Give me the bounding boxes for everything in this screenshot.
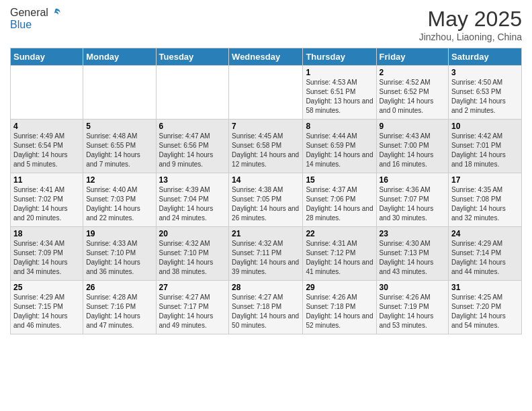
day-number: 29	[306, 283, 373, 292]
day-number: 16	[380, 175, 446, 185]
weekday-header-wednesday: Wednesday	[229, 48, 303, 66]
day-info: Sunrise: 4:33 AMSunset: 7:10 PMDaylight:…	[86, 239, 152, 277]
day-cell: 25Sunrise: 4:29 AMSunset: 7:15 PMDayligh…	[11, 281, 83, 334]
calendar-table: SundayMondayTuesdayWednesdayThursdayFrid…	[10, 48, 522, 334]
day-number: 8	[306, 122, 373, 131]
day-number: 23	[380, 229, 446, 238]
day-cell: 3Sunrise: 4:50 AMSunset: 6:53 PMDaylight…	[449, 66, 522, 120]
month-title: May 2025	[419, 7, 522, 32]
logo-blue-text: Blue	[10, 19, 62, 31]
day-cell	[229, 66, 303, 120]
day-number: 25	[13, 283, 80, 292]
day-info: Sunrise: 4:52 AMSunset: 6:52 PMDaylight:…	[380, 78, 446, 116]
week-row-1: 1Sunrise: 4:53 AMSunset: 6:51 PMDaylight…	[11, 66, 522, 120]
day-cell: 6Sunrise: 4:47 AMSunset: 6:56 PMDaylight…	[156, 120, 229, 173]
weekday-header-sunday: Sunday	[11, 48, 83, 66]
day-cell: 16Sunrise: 4:36 AMSunset: 7:07 PMDayligh…	[376, 173, 449, 227]
day-cell: 28Sunrise: 4:27 AMSunset: 7:18 PMDayligh…	[229, 281, 303, 334]
day-info: Sunrise: 4:30 AMSunset: 7:13 PMDaylight:…	[380, 239, 446, 277]
day-info: Sunrise: 4:32 AMSunset: 7:10 PMDaylight:…	[159, 239, 226, 277]
day-cell: 9Sunrise: 4:43 AMSunset: 7:00 PMDaylight…	[376, 120, 449, 173]
title-block: May 2025 Jinzhou, Liaoning, China	[419, 7, 522, 42]
day-info: Sunrise: 4:38 AMSunset: 7:05 PMDaylight:…	[232, 185, 300, 223]
day-cell: 7Sunrise: 4:45 AMSunset: 6:58 PMDaylight…	[229, 120, 303, 173]
day-cell: 21Sunrise: 4:32 AMSunset: 7:11 PMDayligh…	[229, 227, 303, 281]
day-number: 15	[306, 175, 373, 185]
day-info: Sunrise: 4:37 AMSunset: 7:06 PMDaylight:…	[306, 185, 373, 223]
day-info: Sunrise: 4:40 AMSunset: 7:03 PMDaylight:…	[86, 185, 152, 223]
day-info: Sunrise: 4:31 AMSunset: 7:12 PMDaylight:…	[306, 239, 373, 277]
day-cell: 26Sunrise: 4:28 AMSunset: 7:16 PMDayligh…	[83, 281, 156, 334]
week-row-2: 4Sunrise: 4:49 AMSunset: 6:54 PMDaylight…	[11, 120, 522, 173]
day-cell: 13Sunrise: 4:39 AMSunset: 7:04 PMDayligh…	[156, 173, 229, 227]
day-number: 2	[380, 68, 446, 77]
day-info: Sunrise: 4:28 AMSunset: 7:16 PMDaylight:…	[86, 293, 152, 330]
week-row-5: 25Sunrise: 4:29 AMSunset: 7:15 PMDayligh…	[11, 281, 522, 334]
day-number: 6	[159, 122, 226, 131]
day-cell: 18Sunrise: 4:34 AMSunset: 7:09 PMDayligh…	[11, 227, 83, 281]
day-number: 31	[451, 283, 519, 292]
day-number: 7	[232, 122, 300, 131]
day-number: 17	[451, 175, 519, 185]
day-cell: 30Sunrise: 4:26 AMSunset: 7:19 PMDayligh…	[376, 281, 449, 334]
day-info: Sunrise: 4:27 AMSunset: 7:18 PMDaylight:…	[232, 293, 300, 330]
day-number: 5	[86, 122, 152, 131]
day-info: Sunrise: 4:53 AMSunset: 6:51 PMDaylight:…	[306, 78, 373, 116]
day-number: 30	[380, 283, 446, 292]
logo-general-text: General	[10, 7, 48, 19]
day-number: 3	[451, 68, 519, 77]
day-cell: 31Sunrise: 4:25 AMSunset: 7:20 PMDayligh…	[449, 281, 522, 334]
day-cell: 22Sunrise: 4:31 AMSunset: 7:12 PMDayligh…	[303, 227, 376, 281]
day-info: Sunrise: 4:45 AMSunset: 6:58 PMDaylight:…	[232, 132, 300, 169]
day-number: 26	[86, 283, 152, 292]
day-number: 12	[86, 175, 152, 185]
day-info: Sunrise: 4:44 AMSunset: 6:59 PMDaylight:…	[306, 132, 373, 169]
day-cell: 4Sunrise: 4:49 AMSunset: 6:54 PMDaylight…	[11, 120, 83, 173]
day-cell: 23Sunrise: 4:30 AMSunset: 7:13 PMDayligh…	[376, 227, 449, 281]
day-cell: 15Sunrise: 4:37 AMSunset: 7:06 PMDayligh…	[303, 173, 376, 227]
day-cell: 14Sunrise: 4:38 AMSunset: 7:05 PMDayligh…	[229, 173, 303, 227]
day-cell: 12Sunrise: 4:40 AMSunset: 7:03 PMDayligh…	[83, 173, 156, 227]
day-number: 9	[380, 122, 446, 131]
weekday-header-thursday: Thursday	[303, 48, 376, 66]
day-info: Sunrise: 4:47 AMSunset: 6:56 PMDaylight:…	[159, 132, 226, 169]
logo: General Blue	[10, 7, 62, 31]
week-row-3: 11Sunrise: 4:41 AMSunset: 7:02 PMDayligh…	[11, 173, 522, 227]
day-info: Sunrise: 4:35 AMSunset: 7:08 PMDaylight:…	[451, 185, 519, 223]
day-info: Sunrise: 4:29 AMSunset: 7:14 PMDaylight:…	[451, 239, 519, 277]
day-cell: 10Sunrise: 4:42 AMSunset: 7:01 PMDayligh…	[449, 120, 522, 173]
day-info: Sunrise: 4:48 AMSunset: 6:55 PMDaylight:…	[86, 132, 152, 169]
day-number: 27	[159, 283, 226, 292]
weekday-header-tuesday: Tuesday	[156, 48, 229, 66]
day-number: 14	[232, 175, 300, 185]
day-info: Sunrise: 4:36 AMSunset: 7:07 PMDaylight:…	[380, 185, 446, 223]
day-info: Sunrise: 4:27 AMSunset: 7:17 PMDaylight:…	[159, 293, 226, 330]
location: Jinzhou, Liaoning, China	[419, 32, 522, 42]
header: General Blue May 2025 Jinzhou, Liaoning,…	[10, 7, 522, 42]
day-cell: 20Sunrise: 4:32 AMSunset: 7:10 PMDayligh…	[156, 227, 229, 281]
day-info: Sunrise: 4:26 AMSunset: 7:19 PMDaylight:…	[380, 293, 446, 330]
day-number: 11	[13, 175, 80, 185]
day-number: 19	[86, 229, 152, 238]
day-cell: 8Sunrise: 4:44 AMSunset: 6:59 PMDaylight…	[303, 120, 376, 173]
day-info: Sunrise: 4:49 AMSunset: 6:54 PMDaylight:…	[13, 132, 80, 169]
logo-bird-icon	[50, 7, 62, 19]
weekday-header-friday: Friday	[376, 48, 449, 66]
day-info: Sunrise: 4:34 AMSunset: 7:09 PMDaylight:…	[13, 239, 80, 277]
day-cell: 19Sunrise: 4:33 AMSunset: 7:10 PMDayligh…	[83, 227, 156, 281]
day-number: 24	[451, 229, 519, 238]
weekday-header-row: SundayMondayTuesdayWednesdayThursdayFrid…	[11, 48, 522, 66]
day-info: Sunrise: 4:43 AMSunset: 7:00 PMDaylight:…	[380, 132, 446, 169]
day-number: 18	[13, 229, 80, 238]
day-number: 10	[451, 122, 519, 131]
day-number: 4	[13, 122, 80, 131]
day-info: Sunrise: 4:42 AMSunset: 7:01 PMDaylight:…	[451, 132, 519, 169]
day-cell	[11, 66, 83, 120]
day-info: Sunrise: 4:25 AMSunset: 7:20 PMDaylight:…	[451, 293, 519, 330]
day-info: Sunrise: 4:41 AMSunset: 7:02 PMDaylight:…	[13, 185, 80, 223]
day-cell: 29Sunrise: 4:26 AMSunset: 7:18 PMDayligh…	[303, 281, 376, 334]
day-cell	[83, 66, 156, 120]
week-row-4: 18Sunrise: 4:34 AMSunset: 7:09 PMDayligh…	[11, 227, 522, 281]
day-number: 20	[159, 229, 226, 238]
day-number: 22	[306, 229, 373, 238]
